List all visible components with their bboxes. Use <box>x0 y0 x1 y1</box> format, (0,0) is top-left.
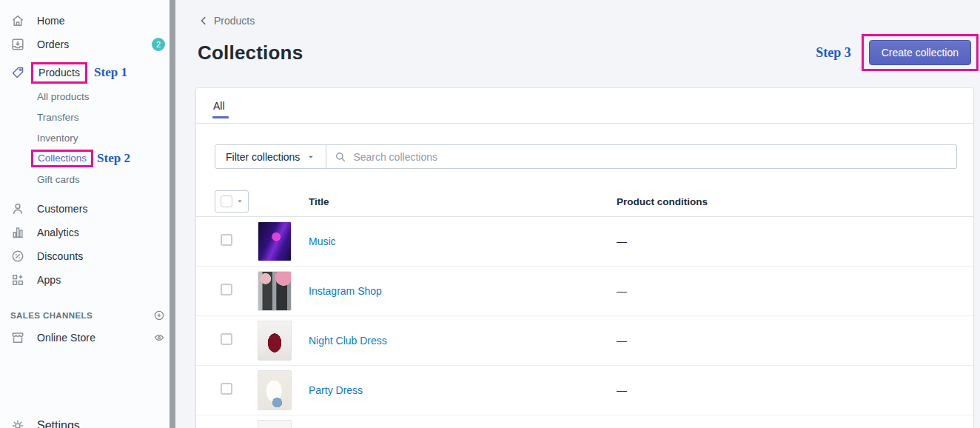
sidebar: Home Orders 2 Products Step 1 All produc… <box>0 0 175 428</box>
sidebar-subitem-label: All products <box>37 91 90 102</box>
step2-annotation: Step 2 <box>97 151 130 166</box>
collection-thumbnail <box>258 221 292 261</box>
add-sales-channel-icon[interactable] <box>153 310 165 321</box>
step1-highlight-box: Products <box>31 62 87 84</box>
apps-icon <box>10 272 25 287</box>
column-header-title: Title <box>309 196 617 207</box>
sidebar-item-label: Analytics <box>37 227 79 238</box>
product-conditions-value: — <box>617 335 973 347</box>
shopify-admin-app: Home Orders 2 Products Step 1 All produc… <box>0 0 980 428</box>
sidebar-item-label: Products <box>38 67 80 78</box>
table-row[interactable]: Party Dress — <box>196 366 973 415</box>
sidebar-item-label: Online Store <box>37 332 95 344</box>
table-row[interactable]: Music — <box>196 217 973 267</box>
main-content: Products Collections Step 3 Create colle… <box>175 0 980 428</box>
sidebar-item-products[interactable]: Products Step 1 <box>0 61 175 84</box>
row-checkbox[interactable] <box>221 333 232 345</box>
product-conditions-value: — <box>617 235 973 247</box>
sales-channels-title: SALES CHANNELS <box>10 311 93 320</box>
collection-link[interactable]: Music <box>309 235 336 247</box>
filter-row: Filter collections <box>196 124 973 187</box>
filter-button-label: Filter collections <box>226 151 300 163</box>
home-icon <box>10 13 25 28</box>
collections-card: All Filter collections <box>196 88 973 428</box>
sidebar-subitem-label: Collections <box>38 153 87 164</box>
customers-icon <box>10 201 25 216</box>
breadcrumb[interactable]: Products <box>198 15 255 27</box>
tab-label: All <box>213 100 225 112</box>
step3-highlight-box: Create collection <box>862 34 979 71</box>
products-tag-icon <box>10 65 25 80</box>
product-conditions-value: — <box>617 285 973 297</box>
storefront-icon <box>10 330 25 345</box>
sidebar-item-label: Home <box>37 15 65 27</box>
sidebar-item-label: Discounts <box>37 250 83 262</box>
view-store-eye-icon[interactable] <box>153 332 165 344</box>
table-row[interactable]: Instagram Shop — <box>196 267 973 316</box>
page-header: Products Collections Step 3 Create colle… <box>175 0 980 71</box>
collection-thumbnail <box>258 370 292 410</box>
create-collection-button[interactable]: Create collection <box>869 40 971 65</box>
collection-thumbnail <box>258 420 292 428</box>
gear-icon <box>10 418 25 428</box>
collection-thumbnail <box>258 271 292 311</box>
sidebar-item-label: Apps <box>37 274 61 286</box>
table-row[interactable]: Night Club Dress — <box>196 316 973 366</box>
sidebar-item-all-products[interactable]: All products <box>0 86 175 107</box>
step1-annotation: Step 1 <box>94 65 127 80</box>
select-all-control[interactable] <box>215 190 249 213</box>
collection-link[interactable]: Party Dress <box>309 384 363 396</box>
step2-highlight-box: Collections <box>31 150 93 167</box>
collection-thumbnail <box>258 321 292 361</box>
row-checkbox[interactable] <box>221 284 232 295</box>
breadcrumb-label: Products <box>214 15 255 27</box>
sidebar-item-label: Settings <box>37 419 80 428</box>
chevron-left-icon <box>198 15 209 27</box>
sidebar-item-customers[interactable]: Customers <box>0 197 175 221</box>
table-row-partial <box>196 415 973 426</box>
collection-link[interactable]: Instagram Shop <box>309 285 382 297</box>
sidebar-item-label: Orders <box>37 39 69 50</box>
search-box <box>326 144 957 169</box>
search-collections-input[interactable] <box>353 151 949 163</box>
sidebar-item-inventory[interactable]: Inventory <box>0 127 175 148</box>
sidebar-subitem-label: Inventory <box>37 133 78 144</box>
sidebar-item-gift-cards[interactable]: Gift cards <box>0 169 175 190</box>
sidebar-item-online-store[interactable]: Online Store <box>0 326 175 350</box>
sidebar-item-orders[interactable]: Orders 2 <box>0 33 175 56</box>
sidebar-subitem-label: Transfers <box>37 112 79 123</box>
search-icon <box>334 150 347 164</box>
table-header: Title Product conditions <box>196 187 973 217</box>
column-header-conditions: Product conditions <box>617 196 973 207</box>
orders-icon <box>10 37 25 52</box>
select-all-checkbox[interactable] <box>221 195 232 207</box>
sidebar-item-collections[interactable]: Collections Step 2 <box>0 148 175 169</box>
sidebar-item-apps[interactable]: Apps <box>0 268 175 292</box>
tab-bar: All <box>196 88 973 124</box>
sidebar-item-transfers[interactable]: Transfers <box>0 107 175 127</box>
page-title: Collections <box>198 41 303 64</box>
analytics-icon <box>10 225 25 240</box>
sidebar-subitem-label: Gift cards <box>37 174 80 185</box>
sidebar-item-discounts[interactable]: Discounts <box>0 244 175 268</box>
sidebar-scrollbar[interactable] <box>170 0 175 428</box>
active-tab-indicator <box>212 116 229 118</box>
tab-all[interactable]: All <box>212 88 226 123</box>
sidebar-item-home[interactable]: Home <box>0 9 175 33</box>
row-checkbox[interactable] <box>221 234 232 246</box>
caret-down-icon <box>306 153 315 161</box>
sidebar-item-settings[interactable]: Settings <box>0 414 170 428</box>
sidebar-item-analytics[interactable]: Analytics <box>0 221 175 244</box>
filter-collections-button[interactable]: Filter collections <box>215 144 326 169</box>
sidebar-item-label: Customers <box>37 203 88 215</box>
product-conditions-value: — <box>617 384 973 396</box>
collection-link[interactable]: Night Club Dress <box>309 335 387 347</box>
sales-channels-section: SALES CHANNELS <box>0 305 175 326</box>
row-checkbox[interactable] <box>221 383 232 395</box>
caret-down-icon <box>236 198 244 205</box>
step3-annotation: Step 3 <box>816 45 851 61</box>
orders-count-badge: 2 <box>152 38 165 51</box>
discounts-icon <box>10 249 25 264</box>
